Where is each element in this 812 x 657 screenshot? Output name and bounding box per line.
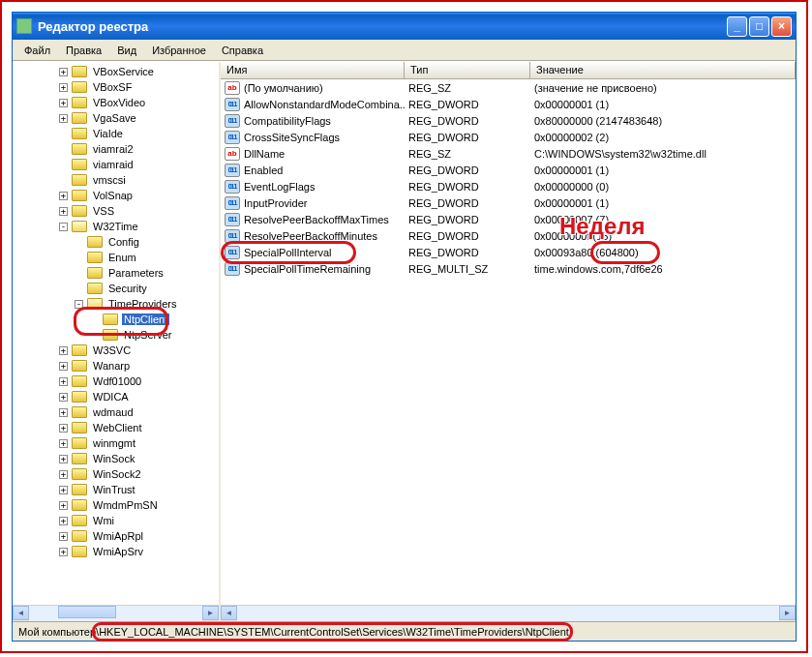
expand-icon[interactable]: + [59,68,68,76]
tree-item[interactable]: +Wanarp [13,358,219,373]
tree-item[interactable]: +wdmaud [13,404,219,420]
value-row[interactable]: DllNameREG_SZC:\WINDOWS\system32\w32time… [221,145,796,162]
scroll-thumb[interactable] [58,606,116,618]
list-scrollbar-horizontal[interactable]: ◄ ► [221,605,796,621]
tree-item[interactable]: +Wmi [13,513,219,528]
value-row[interactable]: AllowNonstandardModeCombina...REG_DWORD0… [221,96,796,112]
tree-label[interactable]: WDICA [91,391,131,403]
column-name[interactable]: Имя [221,62,405,78]
tree-label[interactable]: Config [106,236,141,248]
tree-item[interactable]: Security [13,281,219,296]
tree-item[interactable]: -TimeProviders [13,296,219,312]
maximize-button[interactable]: □ [749,16,769,37]
tree-item[interactable]: NtpClient [13,312,219,327]
minimize-button[interactable]: _ [727,16,747,37]
value-row[interactable]: ResolvePeerBackoffMinutesREG_DWORD0x0000… [221,227,796,244]
tree-label[interactable]: VgaSave [91,112,138,124]
tree-label[interactable]: Wmi [91,515,116,526]
tree-label[interactable]: W3SVC [91,344,133,356]
tree-item[interactable]: NtpServer [13,327,219,343]
scroll-right-button[interactable]: ► [779,606,796,620]
tree-scrollbar-horizontal[interactable]: ◄ ► [13,605,219,621]
scroll-left-button[interactable]: ◄ [13,606,29,620]
tree-item[interactable]: +VSS [13,203,219,219]
expand-icon[interactable]: + [59,362,68,371]
tree-label[interactable]: VSS [91,205,116,217]
tree-label[interactable]: Parameters [106,267,165,279]
tree-label[interactable]: Wdf01000 [91,375,143,387]
tree-item[interactable]: ViaIde [13,126,219,141]
value-row[interactable]: EventLogFlagsREG_DWORD0x00000000 (0) [221,178,796,194]
tree-item[interactable]: +VBoxSF [13,79,219,95]
scroll-left-button[interactable]: ◄ [221,606,237,620]
expand-icon[interactable]: + [59,439,68,448]
tree-label[interactable]: Security [106,283,149,294]
tree-item[interactable]: +WmiApRpl [13,528,219,544]
list-body[interactable]: Неделя (По умолчанию)REG_SZ(значение не … [221,79,796,605]
menu-view[interactable]: Вид [109,43,144,58]
menu-edit[interactable]: Правка [58,43,109,58]
expand-icon[interactable]: + [59,532,68,541]
tree-item[interactable]: -W32Time [13,219,219,234]
tree-label[interactable]: viamrai2 [91,143,135,155]
expand-icon[interactable]: + [59,470,68,479]
tree-item[interactable]: viamrai2 [13,141,219,157]
tree-item[interactable]: +Wdf01000 [13,373,219,389]
tree-item[interactable]: +WinSock [13,451,219,466]
value-row[interactable]: (По умолчанию)REG_SZ(значение не присвое… [221,79,796,96]
value-row[interactable]: EnabledREG_DWORD0x00000001 (1) [221,162,796,178]
tree-item[interactable]: +WinSock2 [13,466,219,482]
value-row[interactable]: SpecialPollIntervalREG_DWORD0x00093a80 (… [221,244,796,260]
column-value[interactable]: Значение [530,62,796,78]
expand-icon[interactable]: + [59,393,68,402]
tree-item[interactable]: +WDICA [13,389,219,404]
expand-icon[interactable]: + [59,99,68,107]
expand-icon[interactable]: + [59,517,68,525]
titlebar[interactable]: Редактор реестра _ □ × [13,13,796,40]
expand-icon[interactable]: + [59,207,68,216]
tree-item[interactable]: +WmdmPmSN [13,497,219,513]
expand-icon[interactable]: + [59,192,68,200]
expand-icon[interactable]: + [59,83,68,92]
menu-favorites[interactable]: Избранное [144,43,214,58]
expand-icon[interactable]: + [59,346,68,355]
menu-help[interactable]: Справка [214,43,271,58]
expand-icon[interactable]: + [59,455,68,463]
menu-file[interactable]: Файл [16,43,58,58]
tree-item[interactable]: +W3SVC [13,343,219,358]
tree-label[interactable]: ViaIde [91,128,125,139]
registry-tree[interactable]: +VBoxService+VBoxSF+VBoxVideo+VgaSaveVia… [13,62,221,621]
tree-label[interactable]: VBoxVideo [91,97,147,108]
expand-icon[interactable]: + [59,548,68,556]
scroll-right-button[interactable]: ► [202,606,219,620]
tree-label[interactable]: WinSock [91,453,136,464]
expand-icon[interactable]: + [59,486,68,494]
tree-item[interactable]: +WebClient [13,420,219,435]
value-row[interactable]: SpecialPollTimeRemainingREG_MULTI_SZtime… [221,260,796,277]
tree-label[interactable]: WinSock2 [91,468,143,480]
tree-item[interactable]: +VBoxService [13,64,219,79]
tree-item[interactable]: +VolSnap [13,188,219,203]
collapse-icon[interactable]: - [75,300,83,309]
tree-item[interactable]: Config [13,234,219,250]
expand-icon[interactable]: + [59,501,68,510]
tree-label[interactable]: vmscsi [91,174,128,186]
expand-icon[interactable]: + [59,408,68,417]
tree-label[interactable]: TimeProviders [106,298,179,310]
expand-icon[interactable]: + [59,114,68,123]
tree-item[interactable]: vmscsi [13,172,219,188]
tree-label[interactable]: Enum [106,252,138,263]
tree-label[interactable]: viamraid [91,159,135,170]
tree-label[interactable]: NtpClient [122,314,169,325]
tree-label[interactable]: VBoxSF [91,81,134,93]
value-row[interactable]: CompatibilityFlagsREG_DWORD0x80000000 (2… [221,112,796,129]
tree-item[interactable]: +VBoxVideo [13,95,219,110]
value-row[interactable]: InputProviderREG_DWORD0x00000001 (1) [221,194,796,211]
tree-label[interactable]: W32Time [91,221,140,232]
tree-item[interactable]: +WinTrust [13,482,219,497]
tree-label[interactable]: WmiApRpl [91,530,145,542]
tree-item[interactable]: Enum [13,250,219,265]
tree-label[interactable]: VBoxService [91,66,156,77]
column-type[interactable]: Тип [405,62,530,78]
value-row[interactable]: CrossSiteSyncFlagsREG_DWORD0x00000002 (2… [221,129,796,145]
